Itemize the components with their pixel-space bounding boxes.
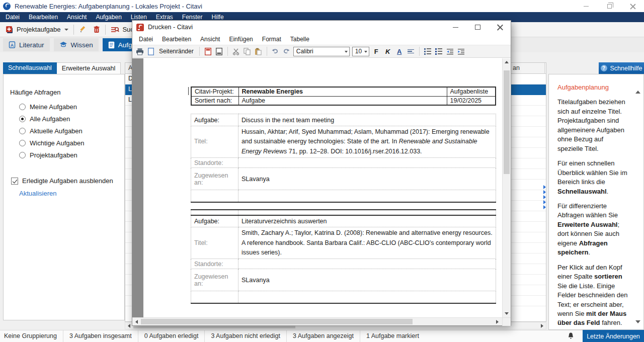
title-value: Smith, Zachary A.; Taylor, Katrina D. (2…: [238, 227, 496, 259]
underline-button[interactable]: A: [395, 48, 404, 55]
dialog-menu-einfuegen[interactable]: Einfügen: [224, 36, 257, 43]
dialog-menu-ansicht[interactable]: Ansicht: [196, 36, 224, 43]
scroll-left-icon[interactable]: [128, 324, 130, 328]
font-size-value: 10: [355, 48, 362, 55]
scroll-down-icon[interactable]: [505, 312, 509, 315]
paste-button[interactable]: [254, 47, 263, 56]
dialog-menu-tabelle[interactable]: Tabelle: [286, 36, 314, 43]
schnellhilfe-label: Schnellhilfe: [610, 65, 642, 72]
delete-task-button[interactable]: [90, 24, 103, 35]
locations-value: [238, 158, 496, 168]
dialog-close-button[interactable]: [489, 21, 511, 34]
copy-button[interactable]: [243, 47, 252, 56]
radio-wichtige-aufgaben[interactable]: Wichtige Aufgaben: [19, 139, 124, 147]
numbered-list-button[interactable]: [435, 47, 443, 56]
locations-value: [238, 259, 496, 269]
bold-button[interactable]: F: [372, 48, 381, 55]
scroll-down-icon[interactable]: [635, 320, 640, 323]
tab-label: Wissen: [71, 41, 93, 49]
refresh-link[interactable]: Aktualisieren: [19, 190, 124, 197]
dialog-minimize-button[interactable]: [444, 21, 466, 34]
undo-button[interactable]: [271, 47, 280, 56]
task-row-spacer: [191, 210, 496, 215]
meta-row: Sortiert nach: Aufgabe 19/02/2025: [191, 96, 496, 105]
toolbar-separator: [419, 47, 420, 56]
title-value: Hussain, Akhtar; Arif, Syed Muhammad; As…: [238, 126, 496, 158]
paragraph-format-button[interactable]: [407, 47, 415, 56]
menu-ansicht[interactable]: Ansicht: [62, 12, 91, 22]
empty-cell: [238, 210, 496, 215]
splitter-collapse-right[interactable]: [543, 185, 546, 209]
radio-aktuelle-aufgaben[interactable]: Aktuelle Aufgaben: [19, 127, 124, 135]
scroll-right-icon[interactable]: [496, 320, 499, 324]
close-button[interactable]: [621, 0, 644, 12]
column-header-zugewiesen-an[interactable]: an: [513, 64, 520, 71]
print-button[interactable]: [135, 47, 144, 56]
scroll-left-icon[interactable]: [135, 320, 138, 324]
menu-datei[interactable]: Datei: [1, 12, 24, 22]
resize-grip[interactable]: [502, 318, 511, 326]
schnellhilfe-button[interactable]: ? Schnellhilfe: [599, 62, 644, 74]
checkbox-erledigte-ausblenden[interactable]: Erledigte Aufgaben ausblenden: [11, 177, 124, 185]
meta-doc-type: Aufgabenliste: [447, 87, 496, 96]
dialog-menu-bearbeiten[interactable]: Bearbeiten: [157, 36, 196, 43]
header-icon: [205, 48, 211, 55]
preview-vertical-scrollbar[interactable]: [502, 58, 511, 317]
tab-literatur[interactable]: A Literatur: [3, 38, 50, 51]
scroll-right-icon[interactable]: [541, 324, 543, 328]
scroll-up-icon[interactable]: [635, 91, 640, 94]
menu-aufgaben[interactable]: Aufgaben: [91, 12, 126, 22]
statusbar: Keine Gruppierung 3 Aufgaben insgesamt 0…: [0, 330, 644, 342]
edit-task-button[interactable]: [76, 24, 90, 35]
dialog-maximize-button[interactable]: [466, 21, 489, 34]
radio-icon: [19, 152, 26, 158]
letzte-aenderungen-button[interactable]: Letzte Änderungen: [583, 330, 644, 342]
checkbox-label: Erledigte Aufgaben ausblenden: [22, 177, 113, 185]
bullet-list-button[interactable]: [424, 47, 432, 56]
scrollbar-thumb[interactable]: [141, 319, 413, 324]
tab-wissen[interactable]: Wissen: [54, 38, 99, 51]
task-row-standorte: Standorte:: [191, 158, 496, 168]
dialog-toolbar: Seitenränder: [132, 45, 511, 58]
footer-icon: [216, 48, 222, 55]
menu-bearbeiten[interactable]: Bearbeiten: [24, 12, 62, 22]
font-name: Calibri: [296, 48, 313, 55]
scroll-up-icon[interactable]: [505, 61, 509, 63]
task-row-empty: [191, 291, 496, 303]
minimize-button[interactable]: [575, 0, 598, 12]
margins-label[interactable]: Seitenränder: [159, 48, 194, 55]
cut-button[interactable]: [232, 47, 240, 56]
new-project-task-button[interactable]: Projektaufgabe: [3, 24, 71, 35]
italic-button[interactable]: K: [383, 48, 392, 55]
radio-alle-aufgaben[interactable]: Alle Aufgaben: [19, 115, 124, 123]
toolbar-separator: [227, 47, 228, 56]
font-select[interactable]: Calibri: [293, 47, 350, 56]
selection-sidebar: Schnellauswahl Erweiterte Auswahl Häufig…: [3, 62, 125, 320]
tab-erweiterte-auswahl[interactable]: Erweiterte Auswahl: [57, 62, 121, 74]
search-icon: [111, 26, 119, 33]
dialog-menu-format[interactable]: Format: [258, 36, 286, 43]
radio-meine-aufgaben[interactable]: Meine Aufgaben: [19, 103, 124, 111]
notification-bell-button[interactable]: [567, 332, 575, 340]
meta-project-name: Renewable Energies: [238, 87, 447, 96]
header-button[interactable]: [204, 47, 212, 56]
dialog-title: Drucken - Citavi: [148, 24, 193, 31]
increase-indent-button[interactable]: [457, 47, 465, 56]
citavi-logo-icon: [3, 3, 11, 10]
redo-button[interactable]: [282, 47, 291, 56]
radio-projektaufgaben[interactable]: Projektaufgaben: [19, 151, 124, 159]
dialog-menu-datei[interactable]: Datei: [134, 36, 157, 43]
preview-horizontal-scrollbar[interactable]: [132, 317, 511, 325]
document-page[interactable]: Citavi-Projekt: Renewable Energies Aufga…: [143, 58, 502, 317]
radio-icon: [19, 104, 26, 110]
help-content: Aufgabenplanung Titelaufgaben beziehen s…: [548, 74, 644, 330]
font-size-select[interactable]: 10: [352, 47, 369, 56]
decrease-indent-button[interactable]: [446, 47, 454, 56]
window-title: Renewable Energies: Aufgabenplanung - Lo…: [15, 3, 202, 10]
scrollbar-thumb[interactable]: [504, 70, 510, 174]
footer-button[interactable]: [215, 47, 223, 56]
restore-button[interactable]: [598, 0, 621, 12]
page-preview-button[interactable]: [146, 47, 155, 56]
help-title: Aufgabenplanung: [557, 83, 630, 92]
tab-schnellauswahl[interactable]: Schnellauswahl: [3, 62, 57, 74]
